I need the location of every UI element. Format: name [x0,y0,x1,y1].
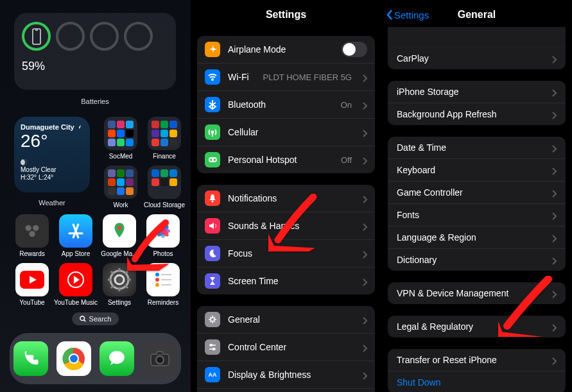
batteries-widget[interactable]: 59% [14,13,176,90]
row-airplane-mode[interactable]: Airplane Mode [197,36,375,64]
page-title: General [458,9,496,21]
row-legal[interactable]: Legal & Regulatory [388,316,566,337]
moon-icon [21,159,27,166]
row-screentime[interactable]: Screen Time [197,268,375,294]
row-dictionary[interactable]: Dictionary [388,249,566,271]
svg-point-4 [29,231,35,237]
row-focus[interactable]: Focus [197,240,375,268]
row-display[interactable]: AA Display & Brightness [197,361,375,389]
brightness-icon: AA [208,370,217,379]
app-reminders[interactable]: Reminders [144,263,182,306]
row-gamectrl[interactable]: Game Controller [388,182,566,204]
chevron-right-icon [362,371,367,379]
messages-icon [107,348,127,369]
wifi-value: PLDT HOME FIBER 5G [263,72,352,82]
svg-line-22 [111,271,114,274]
row-shutdown[interactable]: Shut Down [388,371,566,392]
weather-temp: 26° [21,131,83,151]
chevron-right-icon [362,73,367,81]
row-cutoff [388,27,566,47]
location-arrow-icon [76,124,82,130]
weather-city: Dumaguete City [21,123,83,131]
row-cellular[interactable]: Cellular [197,119,375,146]
dock-phone[interactable] [13,341,48,376]
general-group-vpn: VPN & Device Management [388,282,566,304]
svg-line-33 [83,320,85,322]
row-datetime[interactable]: Date & Time [388,137,566,159]
app-settings[interactable]: Settings [100,263,139,306]
chrome-icon [62,346,86,371]
dock-chrome[interactable] [56,341,91,376]
settings-screen: Settings Airplane Mode Wi-Fi PLDT HOME F… [191,0,381,392]
chevron-right-icon [362,128,367,136]
row-homescreen[interactable]: Home Screen & App Library [197,389,375,392]
airplane-icon [207,44,218,55]
row-transfer-reset[interactable]: Transfer or Reset iPhone [388,349,566,371]
row-keyboard[interactable]: Keyboard [388,159,566,182]
nav-bar: Settings [191,0,381,30]
folder-socmed[interactable]: SocMed [101,117,140,160]
speaker-icon [208,221,217,230]
row-bluetooth[interactable]: Bluetooth On [197,91,375,119]
search-pill[interactable]: Search [72,312,119,325]
battery-percent: 59% [22,60,168,73]
dock-messages[interactable] [100,341,134,376]
row-controlcenter[interactable]: Control Center [197,334,375,361]
svg-point-32 [80,316,84,321]
hotspot-value: Off [341,155,352,165]
weather-widget[interactable]: Dumaguete City 26° Mostly Clear H:32° L:… [14,117,90,192]
sliders-icon [208,343,217,352]
app-googlemaps[interactable]: Google Ma... [100,214,139,257]
general-screen: Settings General CarPlay iPhone Storage … [381,0,572,392]
folder-work[interactable]: Work [101,166,140,209]
row-refresh[interactable]: Background App Refresh [388,103,566,125]
chevron-right-icon [551,88,557,96]
svg-point-2 [26,225,31,231]
cellular-icon [207,127,218,137]
hourglass-icon [208,277,217,285]
googlemaps-icon [110,221,129,241]
svg-point-5 [117,226,121,230]
settings-group-notifications: Notifications Sounds & Haptics Focus Scr… [197,185,375,294]
chevron-left-icon [386,10,393,20]
app-ytmusic[interactable]: YouTube Music [56,263,95,306]
row-langregion[interactable]: Language & Region [388,226,566,249]
row-storage[interactable]: iPhone Storage [388,81,566,103]
row-carplay[interactable]: CarPlay [388,47,566,69]
app-appstore[interactable]: App Store [56,214,95,257]
bell-icon [208,194,217,203]
svg-point-47 [211,345,212,346]
app-youtube[interactable]: YouTube [13,263,51,306]
nav-bar: Settings General [381,0,572,30]
svg-point-38 [156,356,164,364]
app-photos[interactable]: Photos [144,214,182,257]
svg-text:AA: AA [209,371,217,378]
dock-camera[interactable] [143,341,177,376]
bluetooth-icon [207,99,218,110]
chevron-right-icon [362,194,367,202]
photos-icon [152,220,174,242]
hotspot-icon [207,155,218,165]
general-group-reset: Transfer or Reset iPhone Shut Down [388,349,566,392]
svg-point-39 [212,79,213,80]
wifi-icon [207,72,218,82]
row-notifications[interactable]: Notifications [197,185,375,212]
general-group-0: CarPlay [388,27,566,69]
row-fonts[interactable]: Fonts [388,204,566,226]
row-sounds[interactable]: Sounds & Haptics [197,212,375,240]
row-hotspot[interactable]: Personal Hotspot Off [197,146,375,173]
folder-finance[interactable]: Finance [145,117,184,160]
airplane-toggle[interactable] [342,42,367,57]
svg-rect-0 [33,29,40,44]
chevron-right-icon [551,144,557,151]
app-rewards[interactable]: Rewards [13,214,51,257]
phone-outline-icon [31,28,42,45]
row-wifi[interactable]: Wi-Fi PLDT HOME FIBER 5G [197,64,375,91]
row-general[interactable]: General [197,306,375,334]
chevron-right-icon [551,110,557,118]
row-vpn[interactable]: VPN & Device Management [388,282,566,304]
batteries-caption: Batteries [14,98,176,105]
back-button[interactable]: Settings [386,10,429,21]
chevron-right-icon [551,189,557,196]
folder-cloud[interactable]: Cloud Storage [145,166,184,209]
